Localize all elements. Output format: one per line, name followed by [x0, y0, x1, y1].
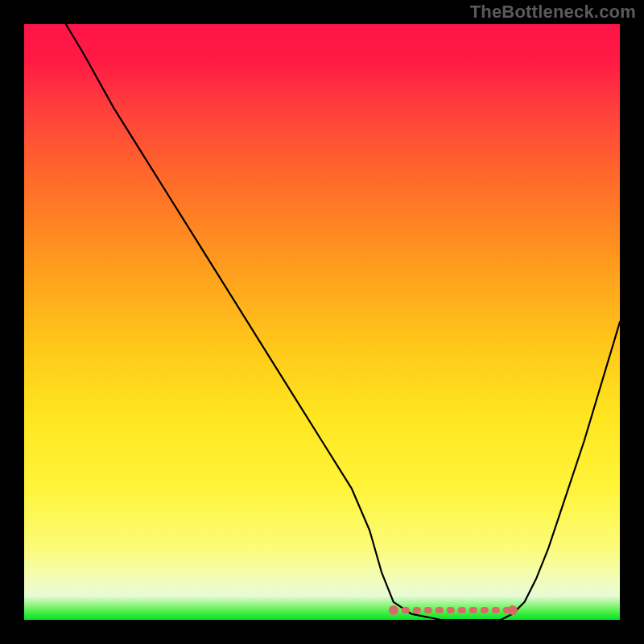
flat-start-marker — [389, 605, 398, 615]
bottleneck-curve — [66, 24, 620, 620]
plot-area — [24, 24, 620, 620]
chart-frame: TheBottleneck.com — [0, 0, 644, 644]
curve-layer — [24, 24, 620, 620]
flat-end-marker — [508, 605, 518, 615]
watermark-text: TheBottleneck.com — [470, 2, 636, 23]
